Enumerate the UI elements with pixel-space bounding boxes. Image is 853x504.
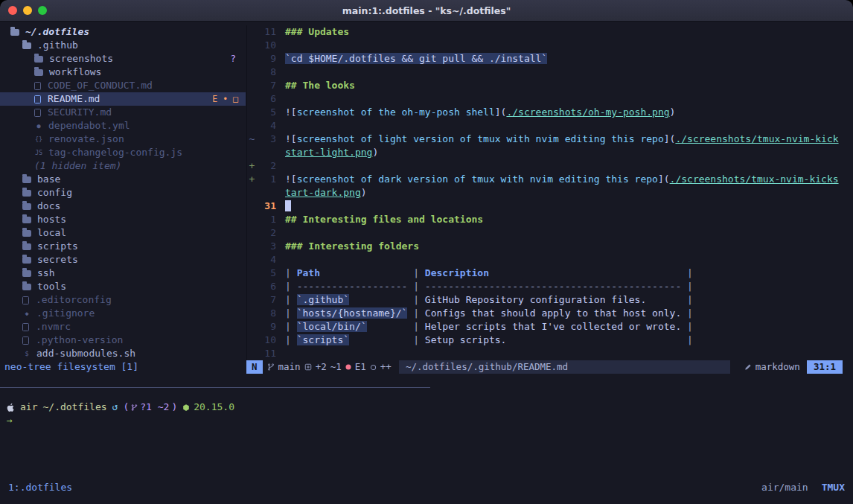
tree-item-screenshots[interactable]: screenshots ? [0,52,246,66]
tree-item-label: hosts [37,213,66,226]
editor-line-wrap[interactable]: tart-dark.png) [247,186,853,200]
tree-item-docs[interactable]: docs [0,200,246,213]
tmux-session-name: air/main [761,481,808,494]
folder-icon [22,190,31,197]
tree-item-label: ssh [37,267,54,280]
tree-item-label: ~/.dotfiles [25,25,89,39]
tree-item-hosts[interactable]: hosts [0,213,246,226]
tree-item-local[interactable]: local [0,226,246,240]
editor-line-table-row[interactable]: 9| `local/bin/` | Helper scripts that I'… [247,320,853,334]
tree-item-ssh[interactable]: ssh [0,267,246,280]
editor-line[interactable]: +2 [247,159,853,173]
prompt-hostname: air [20,401,37,414]
sync-icon: ↺ [112,401,118,414]
tree-item-renovate[interactable]: {} renovate.json [0,133,246,146]
diagnostic-error-count: E1 [355,360,366,374]
editor-line-table-row[interactable]: 8| `hosts/{hostname}/` | Configs that sh… [247,307,853,320]
tree-item-label: .gitignore [36,307,95,320]
folder-icon [22,243,31,250]
editor-line-table-row[interactable]: 7| `.github` | GitHub Repository configu… [247,293,853,307]
tree-item-github[interactable]: .github [0,39,246,52]
editor-line[interactable]: 5![screenshot of the oh-my-posh shell](.… [247,106,853,119]
shell-prompt: air ~/.dotfiles ↺ ( ?1 ~2 ) 20.15.0 [7,401,234,414]
shell-input-line[interactable]: → [7,414,13,427]
tree-item-hidden-count[interactable]: (1 hidden item) [0,159,246,173]
editor-line[interactable]: +1![screenshot of dark version of tmux w… [247,173,853,186]
editor-line[interactable]: 1## Interesting files and locations [247,213,853,226]
apple-icon [7,403,15,412]
tree-item-label: secrets [37,253,78,267]
tmux-window-item[interactable]: 1:.dotfiles [8,481,72,494]
editor-line-wrap[interactable]: start-light.png) [247,146,853,159]
close-button[interactable] [8,6,17,15]
git-diff-icon [304,363,312,371]
tree-item-secrets[interactable]: secrets [0,253,246,267]
tree-item-config[interactable]: config [0,186,246,200]
text-cursor [285,200,291,211]
modified-marker: • [223,92,228,106]
json-file-icon: {} [34,133,43,146]
tmux-pane-border[interactable] [0,387,430,388]
tree-item-label: local [37,226,66,240]
editor-line[interactable]: 11### Updates [247,25,853,39]
shell-file-icon: $ [22,347,31,360]
tree-item-tools[interactable]: tools [0,280,246,293]
editor-line[interactable]: 4 [247,119,853,133]
file-icon [22,323,29,331]
tree-item-label: .python-version [36,334,123,347]
git-status-open-paren: ( [123,401,129,414]
diagnostic-error-icon [345,364,351,370]
editor-line-table-divider[interactable]: 6| ------------------- | ---------------… [247,280,853,293]
tree-item-root[interactable]: ~/.dotfiles [0,25,246,39]
tree-item-nvmrc[interactable]: .nvmrc [0,320,246,334]
editor-line-table-row[interactable]: 10| `scripts` | Setup scripts. | [247,334,853,347]
editor-line[interactable]: 7## The looks [247,79,853,92]
tree-item-tag-changelog[interactable]: JS tag-changelog-config.js [0,146,246,159]
folder-icon [22,230,31,237]
tree-item-editorconfig[interactable]: .editorconfig [0,293,246,307]
tmux-right-status: air/main TMUX [761,481,845,494]
minimize-button[interactable] [23,6,32,15]
folder-icon [22,217,31,223]
zoom-button[interactable] [38,6,47,15]
gitsign-added: + [247,173,257,186]
tree-item-base[interactable]: base [0,173,246,186]
title-bar: main:1:.dotfiles - "ks~/.dotfiles" [0,0,853,22]
tree-item-scripts[interactable]: scripts [0,240,246,253]
editor-line[interactable]: 2 [247,226,853,240]
terminal-window: main:1:.dotfiles - "ks~/.dotfiles" ~/.do… [0,0,853,504]
tree-item-security[interactable]: SECURITY.md [0,106,246,119]
tree-item-label: workflows [49,66,101,79]
folder-icon [34,69,43,76]
editor-line[interactable]: 6 [247,92,853,106]
editor-line[interactable]: 11 [247,347,853,360]
editor-line[interactable]: 3### Interesting folders [247,240,853,253]
tree-item-label: dependabot.yml [48,119,130,133]
editor-line[interactable]: 4 [247,253,853,267]
tree-item-label: tag-changelog-config.js [48,146,182,159]
tree-item-add-submodules[interactable]: $ add-submodules.sh [0,347,246,360]
tree-item-code-of-conduct[interactable]: CODE_OF_CONDUCT.md [0,79,246,92]
unstaged-marker: □ [233,92,238,106]
editor-line[interactable]: 8 [247,66,853,79]
editor-line[interactable]: 10 [247,39,853,52]
editor-line[interactable]: 9`cd $HOME/.dotfiles && git pull && ./in… [247,52,853,66]
tree-item-workflows[interactable]: workflows [0,66,246,79]
tree-item-gitignore[interactable]: ◆ .gitignore [0,307,246,320]
tree-item-label: scripts [37,240,78,253]
git-status-counts: ?1 ~2 [140,401,169,414]
git-file-icon: ◆ [22,307,31,320]
error-marker: E [212,92,217,106]
editor-line-table-header[interactable]: 5| Path | Description | [247,267,853,280]
file-path: ~/.dotfiles/.github/README.md [399,360,730,374]
hidden-items-note: (1 hidden item) [34,159,121,173]
tree-item-label: .nvmrc [36,320,71,334]
tree-item-readme-selected[interactable]: README.md E • □ [0,92,246,106]
diagnostic-markers: E • □ [212,92,238,106]
editor-line[interactable]: ~3![screenshot of light version of tmux … [247,133,853,146]
git-branch-name: main [278,360,301,374]
tree-item-python-version[interactable]: .python-version [0,334,246,347]
neotree-sidebar: ~/.dotfiles .github screenshots ? workfl… [0,25,246,374]
tree-item-dependabot[interactable]: ● dependabot.yml [0,119,246,133]
editor-line-current[interactable]: 31 [247,200,853,213]
